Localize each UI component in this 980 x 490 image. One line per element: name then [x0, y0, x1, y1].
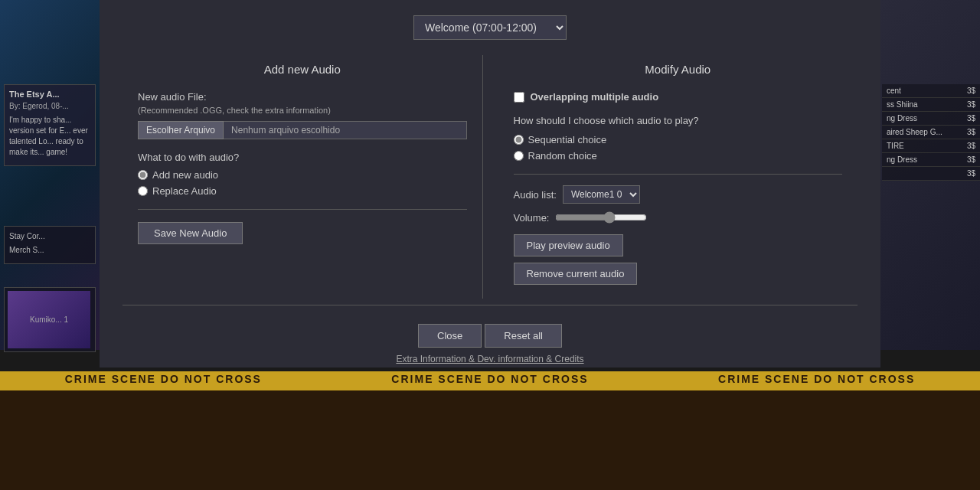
choice-question: How should I choose which audio to play?	[514, 115, 843, 126]
left-panel3-label: Kumiko... 1	[30, 315, 68, 324]
file-name-display: Nenhum arquivo escolhido	[224, 121, 466, 139]
right-item-price-4: 3$	[967, 128, 975, 136]
audio-action-label: What to do with audio?	[138, 152, 467, 163]
crime-tape-text-3: CRIME SCENE DO NOT CROSS	[718, 373, 915, 385]
right-item-price-5: 3$	[967, 142, 975, 150]
right-item-price-6: 3$	[967, 155, 975, 164]
new-audio-file-label: New audio File:	[138, 91, 467, 103]
modal-footer-divider	[122, 305, 858, 305]
play-preview-button[interactable]: Play preview audio	[514, 234, 623, 256]
modify-audio-section: Modify Audio Overlapping multiple audio …	[498, 55, 858, 299]
replace-audio-label: Replace Audio	[152, 185, 217, 197]
right-item-text-2: ss Shiina	[887, 100, 967, 109]
random-radio[interactable]	[514, 151, 524, 161]
footer-buttons: Close Reset all	[418, 324, 562, 348]
crime-tape-text: CRIME SCENE DO NOT CROSS	[65, 373, 262, 385]
sequential-radio[interactable]	[514, 135, 524, 145]
crime-tape-text-2: CRIME SCENE DO NOT CROSS	[391, 373, 588, 385]
left-panel1-title: The Etsy A...	[9, 90, 90, 99]
list-item: ng Dress 3$	[882, 112, 980, 126]
close-button[interactable]: Close	[418, 324, 482, 348]
right-item-text-5: TIRE	[887, 142, 967, 150]
overlapping-label: Overlapping multiple audio	[531, 91, 659, 103]
left-panel1-body: I'm happy to sha... version set for E...…	[9, 115, 90, 158]
volume-row: Volume:	[514, 211, 843, 224]
right-item-price-1: 3$	[967, 87, 975, 95]
remove-audio-button[interactable]: Remove current audio	[514, 263, 638, 285]
right-item-text-6: ng Dress	[887, 155, 967, 164]
add-new-audio-label: Add new audio	[152, 169, 218, 181]
replace-audio-option[interactable]: Replace Audio	[138, 185, 467, 197]
modify-audio-title: Modify Audio	[514, 63, 843, 76]
right-item-price-2: 3$	[967, 100, 975, 109]
left-panel2-line1: Stay Cor...	[9, 231, 90, 242]
right-item-price-7: 3$	[967, 169, 975, 178]
left-sidebar-panel2: Stay Cor... Merch S...	[4, 226, 96, 264]
add-new-audio-option[interactable]: Add new audio	[138, 169, 467, 181]
overlapping-checkbox[interactable]	[514, 92, 524, 103]
volume-label: Volume:	[514, 212, 550, 224]
list-item: ss Shiina 3$	[882, 98, 980, 112]
audio-list-dropdown[interactable]: Welcome1 0	[563, 185, 640, 204]
extra-info-link[interactable]: Extra Information & Dev. information & C…	[396, 354, 583, 364]
replace-audio-radio[interactable]	[138, 186, 148, 196]
left-sidebar-panel3: Kumiko... 1	[4, 287, 96, 352]
add-new-audio-radio[interactable]	[138, 170, 148, 180]
sequential-choice-option[interactable]: Sequential choice	[514, 134, 843, 145]
list-item: aired Sheep G... 3$	[882, 126, 980, 139]
new-audio-note: (Recommended .OGG, check the extra infor…	[138, 106, 467, 115]
choice-radio-group: Sequential choice Random choice	[514, 134, 843, 162]
left-sidebar-panel1: The Etsy A... By: Egerod, 08-... I'm hap…	[4, 84, 96, 166]
right-item-price-3: 3$	[967, 114, 975, 122]
overlapping-checkbox-row[interactable]: Overlapping multiple audio	[514, 91, 843, 103]
modal-body: Add new Audio New audio File: (Recommend…	[122, 55, 858, 299]
list-item: cent 3$	[882, 84, 980, 98]
right-item-text-3: ng Dress	[887, 114, 967, 122]
file-input-row: Escolher Arquivo Nenhum arquivo escolhid…	[138, 121, 467, 139]
audio-list-label: Audio list:	[514, 189, 557, 201]
left-panel2-line2: Merch S...	[9, 245, 90, 256]
sequential-label: Sequential choice	[528, 134, 607, 145]
left-col-divider	[138, 209, 467, 210]
right-item-text-1: cent	[887, 87, 967, 95]
add-audio-title: Add new Audio	[138, 63, 467, 76]
bg-right	[880, 0, 980, 368]
list-item: ng Dress 3$	[882, 153, 980, 167]
choose-file-button[interactable]: Escolher Arquivo	[138, 121, 224, 139]
modify-divider-1	[514, 174, 843, 175]
volume-slider[interactable]	[555, 211, 647, 224]
modal-footer: Close Reset all Extra Information & Dev.…	[396, 324, 583, 364]
audio-list-row: Audio list: Welcome1 0	[514, 185, 843, 204]
audio-action-radio-group: What to do with audio? Add new audio Rep…	[138, 152, 467, 197]
left-panel3-image: Kumiko... 1	[8, 291, 90, 348]
reset-all-button[interactable]: Reset all	[485, 324, 562, 348]
left-panel1-subtitle: By: Egerod, 08-...	[9, 102, 90, 110]
top-dropdown-container[interactable]: Welcome (07:00-12:00)	[413, 15, 567, 40]
right-sidebar: cent 3$ ss Shiina 3$ ng Dress 3$ aired S…	[882, 84, 980, 181]
right-item-text-4: aired Sheep G...	[887, 128, 967, 136]
add-audio-section: Add new Audio New audio File: (Recommend…	[122, 55, 483, 299]
time-slot-dropdown[interactable]: Welcome (07:00-12:00)	[413, 15, 567, 40]
save-new-audio-button[interactable]: Save New Audio	[138, 222, 243, 244]
modal-dialog: Welcome (07:00-12:00) Add new Audio New …	[100, 0, 880, 368]
random-label: Random choice	[528, 150, 597, 162]
list-item: TIRE 3$	[882, 139, 980, 153]
random-choice-option[interactable]: Random choice	[514, 150, 843, 162]
list-item: 3$	[882, 167, 980, 181]
